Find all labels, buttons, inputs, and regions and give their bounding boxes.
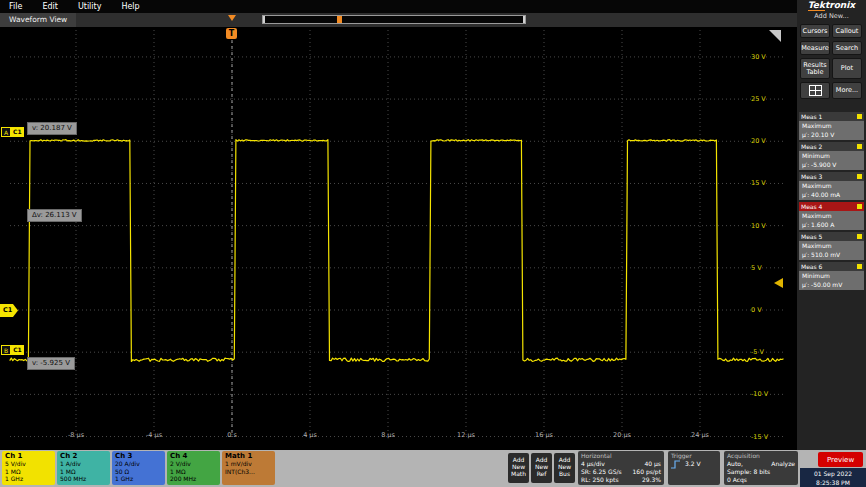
rising-edge-icon bbox=[671, 460, 681, 469]
measurement-name: Meas 3 bbox=[801, 173, 822, 180]
menu-edit[interactable]: Edit bbox=[42, 2, 58, 11]
expansion-point-icon bbox=[228, 15, 236, 21]
horizontal-resolution: 160 ps/pt bbox=[633, 468, 661, 476]
channel-setting: 1 MΩ bbox=[5, 468, 53, 476]
time: 8:25:38 PM bbox=[800, 478, 866, 487]
measurement-badge[interactable]: Meas 4Maximumμ′: 1.600 A bbox=[799, 202, 864, 230]
channel-name: Math 1 bbox=[225, 452, 273, 460]
acquisition-panel[interactable]: Acquisition Auto,Analyze Sample: 8 bits … bbox=[724, 451, 798, 485]
more-button[interactable]: More... bbox=[832, 82, 862, 99]
acquisition-analyze: Analyze bbox=[771, 460, 795, 468]
measurement-value: μ′: -50.00 mV bbox=[802, 281, 864, 290]
waveform-area[interactable]: 30 V25 V20 V15 V10 V5 V0 V-5 V-10 V-15 V… bbox=[0, 27, 797, 450]
record-trigger-marker[interactable] bbox=[337, 16, 342, 23]
measurement-stat: Maximum bbox=[802, 242, 864, 251]
measure-button[interactable]: Measure bbox=[800, 41, 830, 55]
horizontal-sample-rate: SR: 6.25 GS/s bbox=[581, 468, 622, 476]
x-tick-label: 20 µs bbox=[607, 431, 637, 439]
record-view-bar[interactable] bbox=[262, 15, 526, 24]
callout-button[interactable]: Callout bbox=[832, 24, 862, 38]
annotation-top-value: v: 20.187 V bbox=[27, 122, 77, 135]
y-tick-label: 0 V bbox=[751, 306, 791, 314]
measurement-stat: Maximum bbox=[802, 122, 864, 131]
measurement-value: μ′: 510.0 mV bbox=[802, 251, 864, 260]
plot-button[interactable]: Plot bbox=[832, 58, 862, 79]
oscilloscope-app: File Edit Utility Help Waveform View 30 … bbox=[0, 0, 866, 487]
annotation-bottom-value: v: -5.925 V bbox=[27, 357, 75, 370]
measurement-name: Meas 4 bbox=[801, 203, 822, 210]
bottom-bar: Ch 15 V/div1 MΩ1 GHzCh 21 A/div1 MΩ500 M… bbox=[0, 450, 866, 487]
results-grid-button[interactable] bbox=[800, 82, 830, 99]
menu-bar: File Edit Utility Help bbox=[0, 0, 797, 13]
y-tick-label: 15 V bbox=[751, 179, 791, 187]
channel-setting: 50 Ω bbox=[115, 468, 163, 476]
measurement-badge[interactable]: Meas 3Maximumμ′: 40.00 mA bbox=[799, 172, 864, 200]
trigger-level-arrow[interactable] bbox=[774, 278, 783, 288]
datetime-display: 01 Sep 2022 8:25:38 PM bbox=[800, 468, 866, 487]
measurement-badge[interactable]: Meas 1Maximumμ′: 20.10 V bbox=[799, 112, 864, 140]
measurement-name: Meas 5 bbox=[801, 233, 822, 240]
y-tick-label: -10 V bbox=[751, 390, 791, 398]
acquisition-count: 0 Acqs bbox=[727, 476, 747, 484]
y-tick-label: -5 V bbox=[751, 348, 791, 356]
x-tick-label: 12 µs bbox=[451, 431, 481, 439]
acquisition-mode: Auto, bbox=[727, 460, 743, 468]
acquisition-title: Acquisition bbox=[727, 452, 795, 460]
add-new-label[interactable]: Add New... bbox=[797, 11, 866, 21]
channel-setting: 1 GHz bbox=[5, 475, 53, 483]
x-tick-label: 0 s bbox=[217, 431, 247, 439]
channel-badge-ch3[interactable]: Ch 320 A/div50 Ω1 GHz bbox=[112, 451, 165, 485]
channel-badge-ch4[interactable]: Ch 42 V/div1 MΩ200 MHz bbox=[167, 451, 220, 485]
channel-setting: INT(Ch3... bbox=[225, 468, 273, 476]
x-tick-label: 8 µs bbox=[373, 431, 403, 439]
y-tick-label: 20 V bbox=[751, 137, 791, 145]
measurement-value: μ′: 1.600 A bbox=[802, 221, 864, 230]
search-button[interactable]: Search bbox=[832, 41, 862, 55]
acquisition-sample: Sample: 8 bits bbox=[727, 468, 770, 476]
measurement-value: μ′: 20.10 V bbox=[802, 131, 864, 140]
waveform-plot bbox=[0, 27, 797, 450]
channel-badge-ch1[interactable]: Ch 15 V/div1 MΩ1 GHz bbox=[2, 451, 55, 485]
horizontal-scale: 4 µs/div bbox=[581, 460, 605, 468]
cursors-button[interactable]: Cursors bbox=[800, 24, 830, 38]
measurement-source-icon bbox=[857, 114, 862, 119]
channel-name: Ch 2 bbox=[60, 452, 108, 460]
horizontal-panel[interactable]: Horizontal 4 µs/div40 µs SR: 6.25 GS/s16… bbox=[578, 451, 664, 485]
date: 01 Sep 2022 bbox=[800, 469, 866, 478]
tab-bar: Waveform View bbox=[0, 13, 797, 27]
y-tick-label: 25 V bbox=[751, 95, 791, 103]
preview-button[interactable]: Preview bbox=[818, 452, 863, 467]
tektronix-logo: Tektronix bbox=[797, 0, 866, 11]
draw-a-box-icon[interactable] bbox=[769, 30, 781, 42]
measurement-source-icon bbox=[857, 204, 862, 209]
y-tick-label: -15 V bbox=[751, 433, 791, 441]
results-table-button[interactable]: Results Table bbox=[800, 58, 830, 79]
measurement-badges: Meas 1Maximumμ′: 20.10 VMeas 2Minimumμ′:… bbox=[799, 112, 864, 292]
y-tick-label: 10 V bbox=[751, 222, 791, 230]
menu-file[interactable]: File bbox=[9, 2, 22, 11]
add-new-bus-button[interactable]: Add New Bus bbox=[554, 453, 575, 483]
measurement-badge[interactable]: Meas 6Minimumμ′: -50.00 mV bbox=[799, 262, 864, 290]
add-new-ref-button[interactable]: Add New Ref bbox=[531, 453, 552, 483]
trigger-position-flag[interactable]: T bbox=[226, 28, 237, 39]
horizontal-window: 40 µs bbox=[645, 460, 662, 468]
channel-name: Ch 3 bbox=[115, 452, 163, 460]
tab-waveform-view[interactable]: Waveform View bbox=[0, 13, 76, 27]
measurement-source-icon bbox=[857, 174, 862, 179]
measurement-badge[interactable]: Meas 5Maximumμ′: 510.0 mV bbox=[799, 232, 864, 260]
measurement-name: Meas 2 bbox=[801, 143, 822, 150]
trigger-panel[interactable]: Trigger 3.2 V bbox=[668, 451, 720, 485]
channel-badge-math1[interactable]: Math 11 mV/divINT(Ch3... bbox=[222, 451, 275, 485]
channel-setting: 20 A/div bbox=[115, 460, 163, 468]
x-tick-label: 16 µs bbox=[529, 431, 559, 439]
add-new-math-button[interactable]: Add New Math bbox=[508, 453, 529, 483]
measurement-badge[interactable]: Meas 2Minimumμ′: -5.900 V bbox=[799, 142, 864, 170]
ch1-trace bbox=[10, 140, 784, 362]
marker-b[interactable]: B C1 bbox=[1, 345, 24, 355]
measurement-stat: Minimum bbox=[802, 152, 864, 161]
marker-a[interactable]: A C1 bbox=[1, 127, 24, 137]
horizontal-record-length: RL: 250 kpts bbox=[581, 476, 619, 484]
menu-help[interactable]: Help bbox=[121, 2, 139, 11]
channel-badge-ch2[interactable]: Ch 21 A/div1 MΩ500 MHz bbox=[57, 451, 110, 485]
menu-utility[interactable]: Utility bbox=[78, 2, 102, 11]
